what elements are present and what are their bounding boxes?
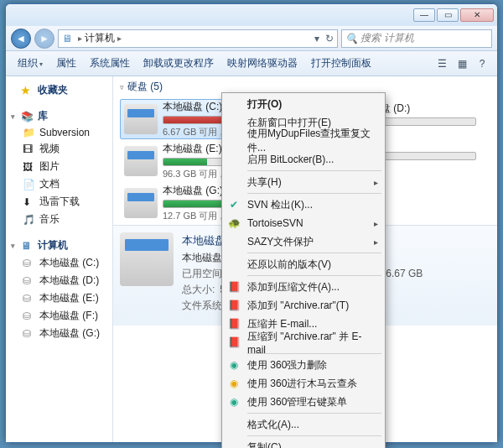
menu-item-label: 还原以前的版本(V) [247, 258, 331, 272]
group-label: 硬盘 (5) [127, 80, 163, 94]
menu-item-label: 添加到压缩文件(A)... [247, 280, 340, 294]
menu-item-icon: 📕 [227, 336, 241, 349]
forward-button[interactable]: ► [34, 29, 54, 49]
menu-item-icon: ◉ [227, 358, 241, 372]
details-free-label: 已用空间: [182, 266, 225, 282]
drive-icon: ⛁ [23, 328, 36, 340]
chevron-down-icon: ▾ [11, 112, 18, 121]
breadcrumb-segment[interactable]: 计算机 [85, 31, 115, 45]
sidebar-library-item[interactable]: ⬇迅雷下载 [8, 193, 111, 211]
maximize-button[interactable]: ▭ [437, 8, 459, 22]
menu-item-label: 使用 360进行木马云查杀 [247, 377, 357, 391]
details-free-value: 6.67 GB [386, 266, 423, 282]
context-menu-item[interactable]: 🐢TortoiseSVN [224, 214, 383, 232]
context-menu-item[interactable]: 📕压缩到 "Archive.rar" 并 E-mail [224, 333, 383, 352]
menu-item-label: 格式化(A)... [247, 418, 299, 432]
drive-icon: ⛁ [23, 310, 36, 322]
menu-item-icon: 📕 [227, 317, 241, 331]
chevron-right-icon: ▸ [78, 34, 82, 43]
properties-button[interactable]: 属性 [51, 55, 81, 72]
sidebar-library-item[interactable]: 🖼图片 [8, 158, 111, 175]
sidebar-drive-item[interactable]: ⛁本地磁盘 (F:) [8, 307, 111, 325]
sidebar-item-label: 收藏夹 [38, 83, 68, 97]
drive-icon [124, 188, 158, 218]
help-icon[interactable]: ? [474, 55, 490, 72]
drive-icon: ⛁ [23, 258, 36, 269]
context-menu-item[interactable]: ◉使用 360进行木马云查杀 [224, 374, 383, 393]
drive-icon [120, 232, 174, 286]
context-menu-separator [247, 253, 381, 253]
drive-icon [124, 146, 158, 176]
sidebar-library-item[interactable]: 📁Subversion [8, 125, 111, 140]
menu-item-label: SAZY文件保护 [247, 235, 314, 249]
system-properties-button[interactable]: 系统属性 [85, 55, 135, 72]
sidebar-item-label: 本地磁盘 (G:) [39, 326, 100, 341]
folder-icon: 🖼 [23, 161, 36, 173]
sidebar-libraries[interactable]: ▾ 📚 库 [8, 107, 111, 125]
sidebar-library-item[interactable]: 🎞视频 [8, 140, 111, 158]
context-menu-item[interactable]: 📕添加到压缩文件(A)... [224, 278, 383, 296]
address-box[interactable]: 🖥 ▸ 计算机 ▸ ▾ ↻ [58, 29, 338, 48]
folder-icon: 🎞 [23, 143, 36, 155]
drive-icon: ⛁ [23, 293, 36, 305]
context-menu-item[interactable]: 启用 BitLocker(B)... [224, 150, 383, 169]
sidebar-item-label: 本地磁盘 (E:) [39, 291, 99, 305]
context-menu-item[interactable]: 📕添加到 "Archive.rar"(T) [224, 296, 383, 315]
context-menu: 打开(O)在新窗口中打开(E)使用MyDupFiles查找重复文件...启用 B… [221, 92, 386, 448]
dropdown-icon[interactable]: ▾ [314, 33, 319, 44]
sidebar-computer[interactable]: ▾ 🖥 计算机 [8, 237, 111, 254]
sidebar-library-item[interactable]: 📄文档 [8, 175, 111, 193]
sidebar-library-item[interactable]: 🎵音乐 [8, 211, 111, 228]
sidebar-item-label: 图片 [39, 159, 60, 174]
context-menu-separator [247, 435, 381, 436]
back-button[interactable]: ◄ [11, 29, 31, 49]
control-panel-button[interactable]: 打开控制面板 [306, 55, 376, 72]
context-menu-item[interactable]: 使用MyDupFiles查找重复文件... [224, 132, 383, 150]
menu-item-label: 使用 360管理右键菜单 [247, 395, 347, 409]
sidebar-drive-item[interactable]: ⛁本地磁盘 (E:) [8, 289, 111, 307]
context-menu-item[interactable]: 复制(C) [224, 438, 383, 448]
folder-icon: 🎵 [23, 214, 36, 226]
computer-icon: 🖥 [21, 240, 34, 252]
context-menu-item[interactable]: SAZY文件保护 [224, 232, 383, 251]
menu-item-icon: 🐢 [227, 216, 241, 230]
sidebar-item-label: 计算机 [38, 238, 68, 253]
uninstall-button[interactable]: 卸载或更改程序 [138, 55, 219, 72]
menu-item-icon: ◉ [227, 395, 241, 409]
context-menu-item[interactable]: ◉使用 360强力删除 [224, 356, 383, 374]
sidebar-item-label: 文档 [39, 177, 60, 191]
preview-pane-icon[interactable]: ▦ [454, 55, 470, 72]
context-menu-item[interactable]: 打开(O) [224, 95, 383, 113]
context-menu-separator [247, 170, 381, 171]
sidebar-drive-item[interactable]: ⛁本地磁盘 (C:) [8, 254, 111, 272]
sidebar-drive-item[interactable]: ⛁本地磁盘 (D:) [8, 272, 111, 289]
close-button[interactable]: ✕ [460, 8, 494, 22]
computer-icon: 🖥 [62, 33, 75, 44]
details-total-label: 总大小: [182, 282, 215, 298]
menu-item-icon: ◉ [227, 377, 241, 390]
context-menu-item[interactable]: ✔SVN 检出(K)... [224, 195, 383, 214]
folder-icon: ⬇ [23, 196, 36, 208]
organize-menu[interactable]: 组织 [13, 55, 48, 72]
toolbar: 组织 属性 系统属性 卸载或更改程序 映射网络驱动器 打开控制面板 ☰ ▦ ? [6, 51, 497, 76]
view-mode-icon[interactable]: ☰ [433, 55, 450, 72]
context-menu-item[interactable]: ◉使用 360管理右键菜单 [224, 393, 383, 411]
sidebar-item-label: 迅雷下载 [39, 195, 80, 209]
menu-item-label: 启用 BitLocker(B)... [247, 153, 334, 167]
sidebar-favorites[interactable]: ★ 收藏夹 [8, 81, 111, 99]
map-drive-button[interactable]: 映射网络驱动器 [222, 55, 303, 72]
sidebar-drive-item[interactable]: ⛁本地磁盘 (G:) [8, 325, 111, 342]
sidebar-item-label: 本地磁盘 (D:) [39, 273, 99, 288]
address-bar: ◄ ► 🖥 ▸ 计算机 ▸ ▾ ↻ 🔍 搜索 计算机 [6, 26, 497, 51]
context-menu-item[interactable]: 格式化(A)... [224, 415, 383, 434]
context-menu-item[interactable]: 共享(H) [224, 173, 383, 191]
chevron-down-icon: ▾ [11, 242, 18, 250]
minimize-button[interactable]: — [413, 8, 435, 22]
search-input[interactable]: 🔍 搜索 计算机 [341, 29, 492, 48]
refresh-icon[interactable]: ↻ [325, 33, 334, 44]
context-menu-separator [247, 413, 381, 414]
menu-item-label: TortoiseSVN [247, 217, 303, 229]
context-menu-item[interactable]: 还原以前的版本(V) [224, 255, 383, 273]
menu-item-icon: ✔ [227, 198, 241, 211]
search-placeholder: 搜索 计算机 [360, 31, 413, 45]
